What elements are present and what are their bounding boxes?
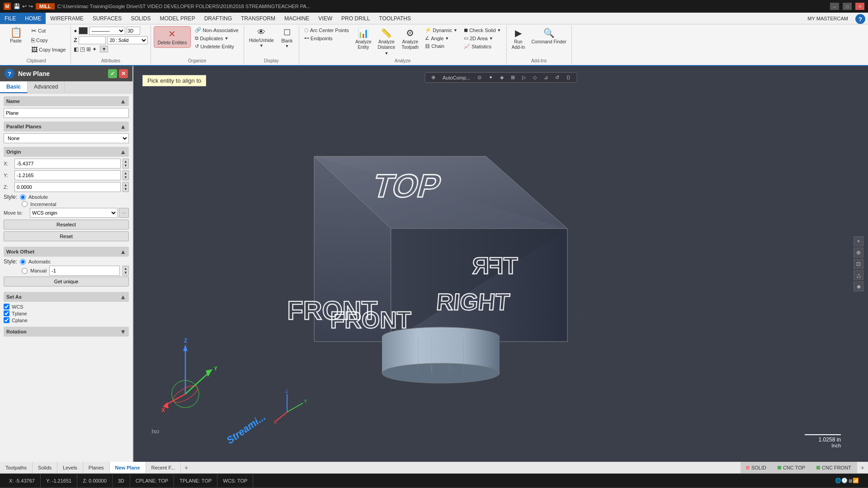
status-tab-cnc-front[interactable]: CNC FRONT bbox=[811, 462, 857, 473]
line-width-input[interactable] bbox=[127, 27, 140, 35]
menu-transform[interactable]: TRANSFORM bbox=[236, 13, 280, 24]
ac-icon10[interactable]: ⟨⟩ bbox=[565, 74, 572, 81]
origin-section-header[interactable]: Origin ▲ bbox=[4, 147, 129, 157]
blank-button[interactable]: ☐ Blank ▼ bbox=[278, 26, 296, 50]
menu-solids[interactable]: SOLIDS bbox=[126, 13, 155, 24]
menu-home[interactable]: HOME bbox=[20, 13, 46, 24]
maximize-button[interactable]: □ bbox=[843, 3, 852, 10]
name-input[interactable] bbox=[4, 108, 129, 118]
reselect-button[interactable]: Reselect bbox=[4, 220, 129, 230]
reset-button[interactable]: Reset bbox=[4, 231, 129, 241]
y-input[interactable] bbox=[14, 170, 121, 180]
y-spin-button[interactable]: ▲▼ bbox=[123, 170, 129, 180]
tab-basic[interactable]: Basic bbox=[0, 81, 28, 93]
dynamic-button[interactable]: ⚡ Dynamic ▼ bbox=[423, 26, 460, 34]
automatic-radio[interactable] bbox=[20, 259, 26, 265]
2d-area-expand[interactable]: ▼ bbox=[489, 36, 493, 41]
z-value-input[interactable]: 0.0 bbox=[79, 36, 106, 44]
ac-icon9[interactable]: ↺ bbox=[553, 74, 561, 81]
status-tab-cnc-top[interactable]: CNC TOP bbox=[772, 462, 811, 473]
set-as-header[interactable]: Set As ▲ bbox=[4, 292, 129, 302]
get-unique-button[interactable]: Get unique bbox=[4, 277, 129, 286]
incremental-radio[interactable] bbox=[22, 201, 28, 207]
tab-solids[interactable]: Solids bbox=[33, 462, 57, 473]
status-tab-solid[interactable]: SOLID bbox=[741, 462, 772, 473]
menu-surfaces[interactable]: SURFACES bbox=[88, 13, 127, 24]
tab-levels[interactable]: Levels bbox=[57, 462, 83, 473]
my-mastercam[interactable]: MY MASTERCAM bbox=[803, 13, 853, 24]
view-btn-3[interactable]: ⊡ bbox=[854, 259, 863, 269]
view-btn-5[interactable]: ◈ bbox=[854, 282, 863, 291]
non-associative-button[interactable]: 🔗 Non-Associative bbox=[193, 26, 241, 34]
endpoints-button[interactable]: ⊷ Endpoints bbox=[302, 34, 351, 42]
menu-drafting[interactable]: DRAFTING bbox=[200, 13, 236, 24]
panel-help-icon[interactable]: ? bbox=[5, 69, 14, 79]
tab-new-plane[interactable]: New Plane bbox=[110, 462, 146, 473]
close-button[interactable]: ✕ bbox=[855, 3, 864, 10]
copy-image-button[interactable]: 🖼 Copy Image bbox=[29, 45, 68, 54]
panel-cancel-button[interactable]: ✕ bbox=[119, 69, 128, 78]
paste-button[interactable]: 📋 Paste bbox=[5, 26, 27, 45]
menu-wireframe[interactable]: WIREFRAME bbox=[46, 13, 88, 24]
manual-value-input[interactable] bbox=[49, 266, 120, 276]
delete-entities-button[interactable]: ✕ Delete Entities bbox=[154, 26, 191, 48]
dynamic-expand[interactable]: ▼ bbox=[453, 28, 458, 33]
move-to-select[interactable]: WCS origin bbox=[30, 208, 118, 218]
analyze-distance-expand[interactable]: ▼ bbox=[384, 51, 388, 56]
duplicates-button[interactable]: ⧉ Duplicates ▼ bbox=[193, 34, 241, 42]
hide-unhide-button[interactable]: 👁 Hide/Unhide ▼ bbox=[247, 26, 276, 49]
menu-modelprep[interactable]: MODEL PREP bbox=[155, 13, 199, 24]
angle-expand[interactable]: ▼ bbox=[445, 36, 449, 41]
view-btn-1[interactable]: + bbox=[854, 236, 863, 246]
rotation-header[interactable]: Rotation ▼ bbox=[4, 327, 129, 337]
color-swatch[interactable] bbox=[79, 27, 88, 34]
ac-icon8[interactable]: ⊿ bbox=[542, 74, 550, 81]
menu-toolpaths[interactable]: TOOLPATHS bbox=[374, 13, 415, 24]
ac-icon2[interactable]: ⊙ bbox=[476, 74, 483, 81]
minimize-button[interactable]: – bbox=[830, 3, 839, 10]
autocomplete-button[interactable]: AutoComp... bbox=[441, 75, 472, 81]
arc-center-button[interactable]: ◌ Arc Center Points bbox=[302, 26, 351, 34]
command-finder-button[interactable]: 🔍 Command Finder bbox=[529, 26, 569, 46]
menu-view[interactable]: VIEW bbox=[314, 13, 337, 24]
tab-planes[interactable]: Planes bbox=[83, 462, 110, 473]
menu-machine[interactable]: MACHINE bbox=[280, 13, 314, 24]
help-button[interactable]: ? bbox=[855, 14, 865, 24]
save-icon[interactable]: 💾 bbox=[14, 3, 20, 9]
tab-recent-f[interactable]: Recent F... bbox=[146, 462, 181, 473]
tplane-checkbox[interactable] bbox=[4, 310, 9, 316]
status-icon-world[interactable]: 🌐 🕐 🖥 📶 bbox=[830, 474, 864, 487]
x-spin-button[interactable]: ▲▼ bbox=[123, 159, 129, 169]
z-spin-button[interactable]: ▲▼ bbox=[123, 182, 129, 192]
angle-button[interactable]: ∠ Angle ▼ bbox=[423, 34, 460, 42]
two-d-area-button[interactable]: ▭ 2D Area ▼ bbox=[462, 34, 504, 42]
redo-icon[interactable]: ↪ bbox=[28, 3, 33, 9]
work-offset-header[interactable]: Work Offset ▲ bbox=[4, 247, 129, 257]
duplicates-expand[interactable]: ▼ bbox=[225, 36, 229, 41]
ac-icon1[interactable]: ⊕ bbox=[429, 74, 437, 81]
manual-spin-button[interactable]: ▲▼ bbox=[123, 266, 129, 276]
name-section-header[interactable]: Name ▲ bbox=[4, 96, 129, 106]
blank-expand[interactable]: ▼ bbox=[285, 44, 289, 48]
undelete-button[interactable]: ↺ Undelete Entity bbox=[193, 42, 241, 50]
copy-button[interactable]: ⎘ Copy bbox=[29, 36, 68, 45]
cut-button[interactable]: ✂ Cut bbox=[29, 26, 68, 35]
check-solid-button[interactable]: ◼ Check Solid ▼ bbox=[462, 26, 504, 34]
add-status-tab-button[interactable]: + bbox=[857, 462, 868, 473]
chain-button[interactable]: ⛓ Chain bbox=[423, 42, 460, 50]
cplane-checkbox[interactable] bbox=[4, 317, 9, 323]
analyze-entity-button[interactable]: 📊 AnalyzeEntity bbox=[353, 26, 374, 52]
ac-icon7[interactable]: ◇ bbox=[531, 74, 538, 81]
check-solid-expand[interactable]: ▼ bbox=[497, 28, 501, 33]
menu-prodrill[interactable]: PRO DRILL bbox=[337, 13, 374, 24]
analyze-toolpath-button[interactable]: ⚙ AnalyzeToolpath bbox=[399, 26, 421, 52]
panel-ok-button[interactable]: ✓ bbox=[108, 69, 117, 78]
manual-radio[interactable] bbox=[22, 268, 28, 274]
absolute-radio[interactable] bbox=[20, 194, 26, 200]
hide-expand[interactable]: ▼ bbox=[259, 43, 264, 48]
analyze-distance-button[interactable]: 📏 AnalyzeDistance ▼ bbox=[375, 26, 397, 57]
move-to-extra-button[interactable]: ⋯ bbox=[119, 208, 129, 218]
tab-toolpaths[interactable]: Toolpaths bbox=[0, 462, 33, 473]
tab-advanced[interactable]: Advanced bbox=[28, 81, 65, 93]
level-select[interactable]: 20 : Solid bbox=[107, 36, 148, 44]
